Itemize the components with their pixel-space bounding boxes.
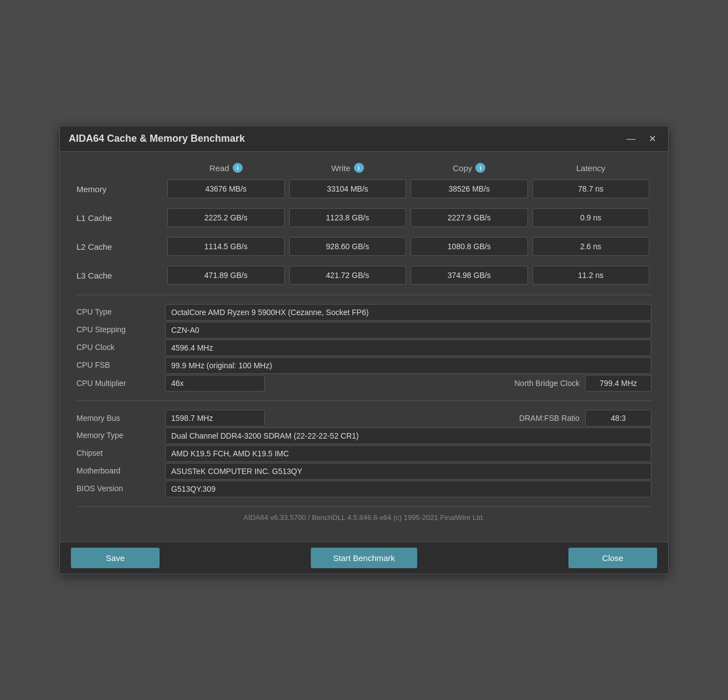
north-bridge-value: 799.4 MHz — [585, 375, 652, 392]
cpu-fsb-label: CPU FSB — [76, 357, 165, 374]
dram-fsb-value: 48:3 — [585, 410, 652, 426]
cpu-type-row: CPU Type OctalCore AMD Ryzen 9 5900HX (C… — [76, 304, 652, 321]
bench-col-latency: Latency — [530, 163, 652, 173]
bios-value: G513QY.309 — [165, 481, 652, 497]
title-bar: AIDA64 Cache & Memory Benchmark — ✕ — [60, 126, 668, 152]
motherboard-label: Motherboard — [76, 463, 165, 480]
bench-label-2: L2 Cache — [76, 242, 165, 251]
cpu-info-section: CPU Type OctalCore AMD Ryzen 9 5900HX (C… — [76, 295, 652, 392]
bench-latency-2: 2.6 ns — [532, 237, 650, 256]
bench-col-copy: Copy i — [408, 163, 530, 173]
bench-row-memory: Memory 43676 MB/s 33104 MB/s 38526 MB/s … — [76, 179, 652, 198]
bench-read-3: 471.89 GB/s — [167, 266, 285, 285]
bench-copy-0: 38526 MB/s — [411, 179, 528, 198]
bench-read-0: 43676 MB/s — [167, 179, 285, 198]
bottom-bar: Save Start Benchmark Close — [60, 542, 668, 574]
chipset-label: Chipset — [76, 445, 165, 462]
close-window-button[interactable]: ✕ — [645, 133, 659, 145]
north-bridge-label: North Bridge Clock — [265, 379, 585, 388]
memory-type-value: Dual Channel DDR4-3200 SDRAM (22-22-22-5… — [165, 428, 652, 444]
minimize-button[interactable]: — — [623, 133, 639, 145]
cpu-clock-value: 4596.4 MHz — [165, 339, 652, 356]
bench-copy-2: 1080.8 GB/s — [411, 237, 528, 256]
latency-label: Latency — [576, 163, 606, 173]
cpu-clock-label: CPU Clock — [76, 339, 165, 356]
bench-row-l2cache: L2 Cache 1114.5 GB/s 928.60 GB/s 1080.8 … — [76, 237, 652, 256]
write-label: Write — [331, 163, 351, 173]
bench-col-empty — [76, 163, 165, 173]
chipset-value: AMD K19.5 FCH, AMD K19.5 IMC — [165, 445, 652, 462]
bench-write-0: 33104 MB/s — [289, 179, 407, 198]
bench-rows: Memory 43676 MB/s 33104 MB/s 38526 MB/s … — [76, 179, 652, 285]
close-button[interactable]: Close — [568, 548, 657, 568]
memory-info-section: Memory Bus 1598.7 MHz DRAM:FSB Ratio 48:… — [76, 400, 652, 497]
cpu-stepping-row: CPU Stepping CZN-A0 — [76, 322, 652, 338]
memory-bus-value: 1598.7 MHz — [165, 410, 265, 426]
chipset-row: Chipset AMD K19.5 FCH, AMD K19.5 IMC — [76, 445, 652, 462]
copy-info-icon[interactable]: i — [475, 163, 485, 173]
bench-copy-3: 374.98 GB/s — [411, 266, 528, 285]
write-info-icon[interactable]: i — [354, 163, 364, 173]
bench-col-write: Write i — [287, 163, 409, 173]
bench-label-1: L1 Cache — [76, 213, 165, 223]
bench-row-l3cache: L3 Cache 471.89 GB/s 421.72 GB/s 374.98 … — [76, 266, 652, 285]
bios-row: BIOS Version G513QY.309 — [76, 481, 652, 497]
cpu-fsb-value: 99.9 MHz (original: 100 MHz) — [165, 357, 652, 374]
cpu-multiplier-row: CPU Multiplier 46x North Bridge Clock 79… — [76, 375, 652, 392]
read-info-icon[interactable]: i — [233, 163, 243, 173]
bios-label: BIOS Version — [76, 481, 165, 497]
footer-text: AIDA64 v6.33.5700 / BenchDLL 4.5.846.8-x… — [76, 506, 652, 531]
read-label: Read — [209, 163, 229, 173]
bench-label-3: L3 Cache — [76, 271, 165, 280]
bench-row-l1cache: L1 Cache 2225.2 GB/s 1123.8 GB/s 2227.9 … — [76, 208, 652, 227]
cpu-multiplier-value: 46x — [165, 375, 265, 392]
bench-latency-3: 11.2 ns — [532, 266, 650, 285]
window-title: AIDA64 Cache & Memory Benchmark — [69, 133, 245, 145]
bench-label-0: Memory — [76, 184, 165, 194]
bench-latency-1: 0.9 ns — [532, 208, 650, 227]
memory-type-row: Memory Type Dual Channel DDR4-3200 SDRAM… — [76, 428, 652, 444]
cpu-clock-row: CPU Clock 4596.4 MHz — [76, 339, 652, 356]
cpu-stepping-label: CPU Stepping — [76, 322, 165, 338]
window-controls: — ✕ — [623, 133, 659, 145]
bench-write-2: 928.60 GB/s — [289, 237, 407, 256]
bench-latency-0: 78.7 ns — [532, 179, 650, 198]
bench-write-3: 421.72 GB/s — [289, 266, 407, 285]
motherboard-row: Motherboard ASUSTeK COMPUTER INC. G513QY — [76, 463, 652, 480]
copy-label: Copy — [453, 163, 472, 173]
start-benchmark-button[interactable]: Start Benchmark — [311, 548, 417, 568]
motherboard-value: ASUSTeK COMPUTER INC. G513QY — [165, 463, 652, 480]
cpu-type-value: OctalCore AMD Ryzen 9 5900HX (Cezanne, S… — [165, 304, 652, 321]
content-area: Read i Write i Copy i Latency Memory 436… — [60, 152, 668, 542]
save-button[interactable]: Save — [71, 548, 160, 568]
memory-type-label: Memory Type — [76, 428, 165, 444]
bench-read-1: 2225.2 GB/s — [167, 208, 285, 227]
memory-bus-row: Memory Bus 1598.7 MHz DRAM:FSB Ratio 48:… — [76, 410, 652, 426]
memory-bus-label: Memory Bus — [76, 410, 165, 426]
cpu-type-label: CPU Type — [76, 304, 165, 321]
bench-write-1: 1123.8 GB/s — [289, 208, 407, 227]
cpu-fsb-row: CPU FSB 99.9 MHz (original: 100 MHz) — [76, 357, 652, 374]
bench-read-2: 1114.5 GB/s — [167, 237, 285, 256]
cpu-multiplier-label: CPU Multiplier — [76, 375, 165, 391]
bench-copy-1: 2227.9 GB/s — [411, 208, 528, 227]
dram-fsb-label: DRAM:FSB Ratio — [265, 414, 585, 423]
main-window: AIDA64 Cache & Memory Benchmark — ✕ Read… — [59, 126, 669, 574]
cpu-stepping-value: CZN-A0 — [165, 322, 652, 338]
bench-col-read: Read i — [165, 163, 287, 173]
bench-table-header: Read i Write i Copy i Latency — [76, 163, 652, 176]
